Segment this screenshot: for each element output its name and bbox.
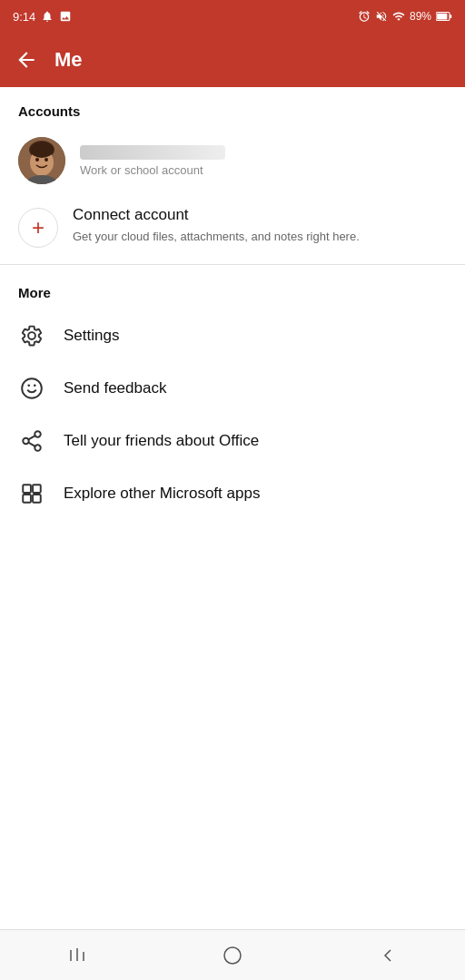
more-section: More Settings Send feedback [0, 265, 465, 520]
notification-icon [41, 10, 54, 23]
svg-rect-20 [23, 495, 31, 503]
more-section-header: More [0, 269, 465, 309]
recent-nav-button[interactable] [50, 937, 104, 974]
plus-icon: + [32, 217, 45, 239]
account-email-blur [80, 145, 225, 160]
share-svg [20, 429, 44, 453]
share-icon [18, 427, 45, 455]
connect-text-block: Connect account Get your cloud files, at… [73, 206, 360, 246]
settings-label: Settings [64, 327, 119, 345]
svg-point-25 [224, 947, 241, 964]
back-nav-button[interactable] [361, 937, 415, 974]
mute-icon [375, 10, 388, 23]
send-feedback-menu-item[interactable]: Send feedback [0, 362, 465, 415]
svg-rect-18 [23, 485, 31, 493]
connect-account-title: Connect account [73, 206, 360, 224]
home-circle-icon [222, 945, 243, 966]
svg-line-16 [28, 443, 35, 446]
arrow-left-icon [15, 48, 38, 72]
apps-icon [18, 480, 45, 507]
tell-friends-label: Tell your friends about Office [64, 432, 259, 450]
svg-point-6 [35, 158, 39, 162]
connect-account-subtitle: Get your cloud files, attachments, and n… [73, 228, 360, 246]
content-area: Accounts Work or s [0, 87, 465, 574]
svg-point-7 [45, 158, 48, 162]
status-right: 89% [358, 10, 452, 23]
gear-svg [20, 324, 44, 348]
connect-icon-circle: + [18, 208, 58, 248]
svg-line-17 [28, 436, 35, 439]
explore-apps-menu-item[interactable]: Explore other Microsoft apps [0, 467, 465, 520]
avatar [18, 137, 65, 184]
alarm-icon [358, 10, 371, 23]
signal-icon [392, 10, 405, 23]
account-row[interactable]: Work or school account [0, 128, 465, 197]
apps-svg [20, 482, 44, 505]
home-nav-button[interactable] [205, 937, 260, 974]
battery-icon [436, 11, 452, 22]
svg-point-10 [22, 378, 42, 398]
status-bar: 9:14 89% [0, 0, 465, 33]
smiley-icon [18, 375, 45, 402]
svg-point-8 [30, 142, 54, 158]
gear-icon [18, 322, 45, 349]
battery-level: 89% [410, 10, 431, 23]
svg-rect-2 [450, 15, 451, 18]
time-display: 9:14 [13, 10, 35, 24]
svg-rect-19 [33, 485, 41, 493]
image-icon [59, 10, 72, 23]
tell-friends-menu-item[interactable]: Tell your friends about Office [0, 415, 465, 467]
app-bar: Me [0, 33, 465, 87]
back-button[interactable] [15, 48, 38, 72]
avatar-image [18, 137, 65, 184]
send-feedback-label: Send feedback [64, 379, 166, 397]
back-nav-icon [377, 945, 399, 966]
svg-rect-21 [33, 495, 41, 503]
account-type-label: Work or school account [80, 163, 225, 177]
settings-menu-item[interactable]: Settings [0, 309, 465, 362]
svg-rect-1 [437, 14, 447, 20]
bottom-nav-bar [0, 929, 465, 980]
explore-apps-label: Explore other Microsoft apps [64, 485, 260, 503]
connect-account-row[interactable]: + Connect account Get your cloud files, … [0, 197, 465, 264]
status-left: 9:14 [13, 10, 72, 24]
account-info: Work or school account [80, 145, 225, 177]
smiley-svg [20, 377, 44, 400]
accounts-section-header: Accounts [0, 87, 465, 128]
recent-icon [66, 945, 88, 966]
page-title: Me [54, 48, 83, 72]
